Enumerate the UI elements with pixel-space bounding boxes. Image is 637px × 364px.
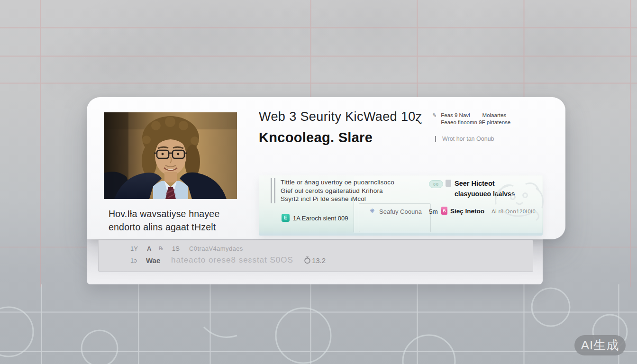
session-type-label: Sieç Inetoo [450,208,484,215]
document-icon [446,180,451,187]
count-pill-value: 00 [433,182,439,187]
security-label: Seafuy Coouna [379,208,422,215]
speaker-name: Seer Hicteot [455,180,495,187]
meta-row1-right: Moiaartes [482,112,507,118]
caption-line-2: endorto alins agaat tHzelt [109,222,216,232]
caption-line-1: Hov.Iƚa wavsatiyse hnayee [109,209,219,219]
flower-icon: ❋ [370,208,374,214]
meta-row1-left: Feas 9 Navi [441,112,470,118]
timer-value: 13.2 [312,256,326,264]
ai-watermark-label: AI生成 [581,337,619,354]
quote-bars-icon [271,178,275,203]
timer-group: 13.2 [304,256,326,264]
pencil-icon: ✎ [432,111,437,119]
quote-line-1: Tittle or ánag uvertoy oe puoarnclisoco [281,179,394,186]
divider-bar-icon [435,136,436,142]
toolbar-token[interactable]: 1S [172,245,189,252]
toolbar-row2-number: 1ɔ [130,257,146,264]
session-id-label: Ai r8 Oon120I0I0 [491,209,536,214]
speaker-photo [104,112,237,199]
toolbar-row-2[interactable]: 1ɔ Wae hateacto orese8 seɛstat S0OS 13.2 [130,255,326,265]
meta-row3-label: Wrot hor tan Oonub [442,136,494,142]
meta-row2: Feaeo finoomn 9F pirtatense [441,119,510,125]
toolbar-token[interactable]: C0traaV4amydaes [189,245,243,252]
toolbar-token[interactable]: ℞ [159,246,172,252]
quote-line-2: Gief oul cerots ogaiteratiud Krihora [281,187,383,194]
toolbar-token[interactable]: 1Y [130,245,147,252]
event-badge-letter: E [284,215,287,220]
photo-caption: Hov.Iƚa wavsatiyse hnayee endorto alins … [109,207,219,234]
stopwatch-icon [304,256,311,264]
toolbar-token[interactable]: A [147,245,159,252]
type-badge-letter: B [443,209,446,213]
event-badge: E [282,214,290,222]
toolbar-row2-text: hateacto orese8 seɛstat S0OS [171,255,293,265]
session-quote: Tittle or ánag uvertoy oe puoarnclisoco … [281,178,394,203]
type-badge: B [441,207,447,215]
speaker-subtitle: clasyuoueo laalvss [455,190,515,198]
count-pill: 00 [429,180,443,188]
page-subtitle: Kncooleaɡ. Slare [259,130,373,146]
toolbar-row2-word: Wae [146,256,171,264]
page-title: Web 3 Seurity KicWaed 10ɀ [259,109,422,124]
vertical-divider [354,201,354,232]
speaker-portrait-illustration [104,112,237,199]
meta-block: ✎ Feas 9 NaviMoiaartes Feaeo finoomn 9F … [432,112,541,126]
ai-watermark-badge: AI生成 [574,335,626,355]
meta-author-row: Wrot hor tan Oonub [435,136,494,142]
toolbar-row-1[interactable]: 1Y A ℞ 1S C0traaV4amydaes [130,245,243,252]
event-label: 1A Earoch sient 009 [293,215,348,222]
duration-label: 5m [429,208,438,215]
